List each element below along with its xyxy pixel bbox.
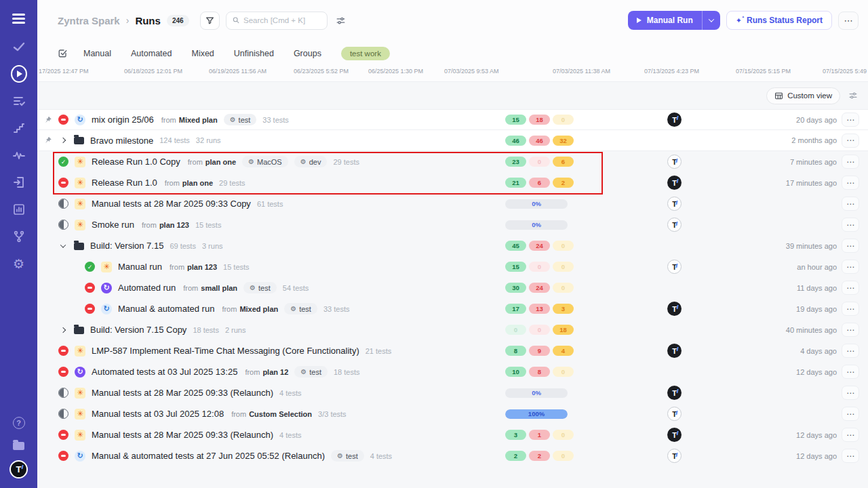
plan-name[interactable]: small plan: [201, 284, 237, 292]
tag-pill[interactable]: test: [224, 114, 257, 125]
search-input[interactable]: [243, 16, 321, 24]
run-row[interactable]: Automated runfromsmall plantest54 tests3…: [37, 277, 868, 298]
runs-status-report-button[interactable]: ✦ Runs Status Report: [726, 11, 832, 30]
run-name[interactable]: Smoke run: [92, 220, 134, 230]
run-row[interactable]: Manual tests at 28 Mar 2025 09:33 (Relau…: [37, 382, 868, 403]
select-runs-icon[interactable]: [58, 48, 68, 58]
expand-chevron-icon[interactable]: [58, 328, 68, 332]
run-name[interactable]: Automated run: [118, 283, 176, 293]
tag-pill[interactable]: test: [331, 450, 364, 462]
expand-chevron-icon[interactable]: [58, 244, 68, 248]
play-circle-icon[interactable]: [11, 66, 27, 82]
run-name[interactable]: Release Run 1.0: [92, 178, 157, 188]
row-more-button[interactable]: ⋯: [842, 449, 859, 463]
row-more-button[interactable]: ⋯: [842, 260, 859, 274]
user-avatar[interactable]: T: [9, 460, 28, 479]
row-more-button[interactable]: ⋯: [842, 344, 859, 358]
row-more-button[interactable]: ⋯: [842, 428, 859, 442]
run-name[interactable]: Manual run: [118, 262, 162, 272]
run-name[interactable]: LMP-587 Implement Real-Time Chat Messagi…: [92, 346, 359, 356]
filter-button[interactable]: [200, 12, 220, 30]
row-more-button[interactable]: ⋯: [842, 197, 859, 211]
folder-row[interactable]: Build: Version 7.1569 tests3 runs4524039…: [37, 235, 868, 256]
stairs-icon[interactable]: [11, 120, 27, 136]
plan-name[interactable]: Custom Selection: [249, 410, 312, 418]
folders-icon[interactable]: [13, 442, 24, 450]
run-row[interactable]: Manual & automated runfromMixed plantest…: [37, 298, 868, 319]
tab-mixed[interactable]: Mixed: [191, 49, 214, 58]
run-row[interactable]: Automated tests at 03 Jul 2025 13:25from…: [37, 361, 868, 382]
plan-name[interactable]: plan 12: [262, 368, 288, 376]
plan-name[interactable]: plan one: [205, 158, 236, 166]
gear-icon[interactable]: ⚙: [11, 256, 27, 272]
run-name[interactable]: Manual tests at 03 Jul 2025 12:08: [92, 409, 224, 419]
tab-unfinished[interactable]: Unfinished: [234, 49, 274, 58]
header-more-button[interactable]: ⋯: [838, 12, 859, 30]
run-row[interactable]: Release Run 1.0fromplan one29 tests2162T…: [37, 172, 868, 193]
plan-name[interactable]: plan one: [182, 179, 213, 187]
run-row[interactable]: LMP-587 Implement Real-Time Chat Messagi…: [37, 340, 868, 361]
active-filter-tag[interactable]: test work: [341, 47, 390, 60]
run-row[interactable]: Manual tests at 28 Mar 2025 09:33 Copy61…: [37, 193, 868, 214]
tag-pill[interactable]: test: [243, 282, 277, 293]
custom-view-button[interactable]: Custom view: [766, 87, 840, 104]
view-settings-icon[interactable]: [848, 91, 858, 100]
run-row[interactable]: Manual tests at 28 Mar 2025 09:33 (Relau…: [37, 424, 868, 445]
folder-row[interactable]: Bravo milestone124 tests32 runs4646322 m…: [37, 130, 868, 151]
row-more-button[interactable]: ⋯: [842, 155, 859, 169]
run-name[interactable]: Release Run 1.0 Copy: [92, 157, 180, 167]
plan-name[interactable]: plan 123: [187, 263, 217, 271]
row-more-button[interactable]: ⋯: [842, 281, 859, 295]
run-name[interactable]: Manual & automated run: [118, 304, 214, 314]
tab-automated[interactable]: Automated: [131, 49, 172, 58]
run-row[interactable]: Manual runfromplan 12315 tests1500Tan ho…: [37, 256, 868, 277]
tag-pill[interactable]: MacOS: [242, 156, 288, 167]
search-box[interactable]: [226, 12, 328, 30]
help-icon[interactable]: [13, 417, 25, 429]
run-row[interactable]: Manual & automated tests at 27 Jun 2025 …: [37, 445, 868, 466]
row-more-button[interactable]: ⋯: [842, 239, 859, 253]
row-more-button[interactable]: ⋯: [842, 386, 859, 400]
tag-pill[interactable]: test: [284, 303, 317, 314]
expand-chevron-icon[interactable]: [58, 138, 68, 142]
pulse-icon[interactable]: [11, 147, 27, 163]
import-icon[interactable]: [11, 174, 27, 190]
run-row[interactable]: Manual tests at 03 Jul 2025 12:08fromCus…: [37, 403, 868, 424]
run-row[interactable]: Smoke runfromplan 12315 tests0%T⋯: [37, 214, 868, 235]
row-more-button[interactable]: ⋯: [842, 323, 859, 337]
tab-manual[interactable]: Manual: [83, 49, 111, 58]
menu-icon[interactable]: [12, 14, 25, 16]
run-name[interactable]: Manual & automated tests at 27 Jun 2025 …: [92, 451, 325, 461]
plan-name[interactable]: Mixed plan: [239, 305, 278, 313]
branch-icon[interactable]: [11, 228, 27, 245]
run-name[interactable]: Manual tests at 28 Mar 2025 09:33 (Relau…: [92, 388, 273, 398]
check-icon[interactable]: [11, 39, 27, 55]
run-name[interactable]: Manual tests at 28 Mar 2025 09:33 (Relau…: [92, 430, 273, 440]
row-more-button[interactable]: ⋯: [842, 134, 859, 148]
row-more-button[interactable]: ⋯: [842, 302, 859, 316]
plan-name[interactable]: plan 123: [159, 221, 189, 229]
folder-name[interactable]: Build: Version 7.15 Copy: [90, 325, 186, 335]
row-more-button[interactable]: ⋯: [842, 407, 859, 421]
tag-pill[interactable]: dev: [294, 156, 328, 167]
row-more-button[interactable]: ⋯: [842, 176, 859, 190]
row-more-button[interactable]: ⋯: [842, 218, 859, 232]
row-more-button[interactable]: ⋯: [842, 113, 859, 127]
list-check-icon[interactable]: [11, 93, 27, 109]
chart-icon[interactable]: [11, 201, 27, 218]
run-name[interactable]: mix origin 25/06: [92, 115, 154, 125]
run-row[interactable]: Release Run 1.0 Copyfromplan oneMacOSdev…: [37, 151, 868, 172]
folder-name[interactable]: Build: Version 7.15: [90, 241, 163, 251]
breadcrumb-project[interactable]: Zyntra Spark: [58, 15, 120, 26]
run-name[interactable]: Automated tests at 03 Jul 2025 13:25: [92, 367, 237, 377]
run-name[interactable]: Manual tests at 28 Mar 2025 09:33 Copy: [92, 199, 251, 209]
manual-run-button[interactable]: Manual Run: [628, 11, 720, 30]
plan-name[interactable]: Mixed plan: [179, 116, 218, 124]
row-more-button[interactable]: ⋯: [842, 365, 859, 379]
folder-row[interactable]: Build: Version 7.15 Copy18 tests2 runs00…: [37, 319, 868, 340]
manual-run-dropdown[interactable]: [702, 11, 720, 30]
folder-name[interactable]: Bravo milestone: [90, 136, 153, 146]
tab-groups[interactable]: Groups: [294, 49, 321, 58]
run-row[interactable]: mix origin 25/06fromMixed plantest33 tes…: [37, 109, 868, 130]
tag-pill[interactable]: test: [294, 366, 328, 378]
